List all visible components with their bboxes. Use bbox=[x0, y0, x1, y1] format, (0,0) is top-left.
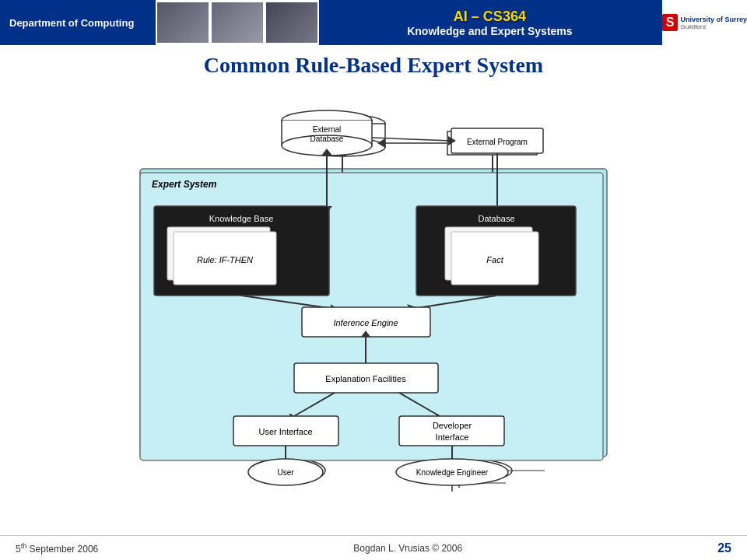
expert-system-text: Expert System bbox=[152, 179, 217, 190]
ef-text: Explanation Facilities bbox=[325, 374, 406, 383]
diagram-container: Expert System External Database External… bbox=[93, 87, 654, 492]
uni-city: Guildford bbox=[680, 23, 747, 30]
uni-logo: S University of Surrey Guildford bbox=[662, 14, 747, 31]
ke-text: Knowledge Engineer bbox=[416, 468, 489, 477]
ui-text: User Interface bbox=[258, 427, 312, 436]
ext-prog-text: External Program bbox=[467, 138, 528, 146]
footer: 5th September 2006 Bogdan L. Vrusias © 2… bbox=[0, 535, 747, 560]
footer-date: 5th September 2006 bbox=[16, 542, 98, 555]
di-text1: Developer bbox=[433, 421, 472, 430]
uni-name: University of Surrey bbox=[680, 16, 747, 23]
dept-label: Department of Computing bbox=[0, 0, 156, 45]
header-right: S University of Surrey Guildford bbox=[661, 0, 747, 45]
kb-text: Knowledge Base bbox=[209, 214, 274, 223]
course-title: AI – CS364 bbox=[454, 9, 526, 25]
footer-page-number: 25 bbox=[717, 541, 731, 555]
course-subtitle: Knowledge and Expert Systems bbox=[407, 25, 572, 37]
db-text: Database bbox=[478, 214, 514, 223]
user-text: User bbox=[277, 468, 294, 477]
ie-text: Inference Engine bbox=[333, 318, 398, 327]
di-text2: Interface bbox=[436, 432, 469, 442]
slide-title: Common Rule-Based Expert System bbox=[204, 53, 543, 78]
rule-text: Rule: IF-THEN bbox=[197, 255, 253, 264]
footer-author: Bogdan L. Vrusias © 2006 bbox=[353, 543, 462, 554]
svg-rect-48 bbox=[282, 121, 371, 121]
header-center: AI – CS364 Knowledge and Expert Systems bbox=[319, 0, 661, 45]
ext-db-text2: Database bbox=[310, 135, 344, 143]
dept-text: Department of Computing bbox=[9, 17, 134, 29]
header-photos bbox=[156, 0, 319, 45]
ext-db-text1: External bbox=[313, 125, 342, 134]
header: Department of Computing AI – CS364 Knowl… bbox=[0, 0, 747, 45]
diagram-overlay: Expert System External Database External… bbox=[93, 87, 654, 492]
fact-text: Fact bbox=[486, 255, 503, 264]
svg-line-51 bbox=[372, 138, 451, 141]
main-content: Common Rule-Based Expert System Expert S… bbox=[0, 45, 747, 499]
